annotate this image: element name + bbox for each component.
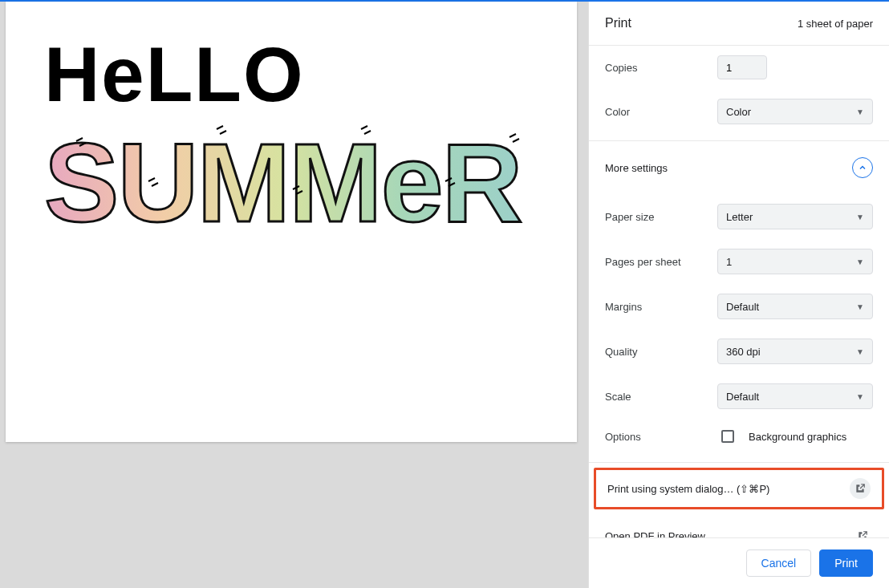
- preview-artwork: HeLLO SUMMeR: [28, 21, 558, 229]
- color-value: Color: [726, 106, 751, 118]
- more-settings-label: More settings: [605, 162, 668, 174]
- pages-per-sheet-row: Pages per sheet 1 ▼: [589, 239, 889, 284]
- paper-size-label: Paper size: [605, 211, 717, 223]
- margins-label: Margins: [605, 301, 717, 313]
- caret-down-icon: ▼: [856, 258, 864, 266]
- caret-down-icon: ▼: [856, 302, 864, 311]
- cancel-button[interactable]: Cancel: [746, 549, 812, 577]
- caret-down-icon: ▼: [856, 392, 864, 401]
- open-external-icon: [852, 525, 873, 537]
- color-label: Color: [605, 106, 717, 118]
- margins-value: Default: [726, 301, 759, 313]
- scale-value: Default: [726, 391, 759, 403]
- scale-label: Scale: [605, 391, 717, 403]
- quality-row: Quality 360 dpi ▼: [589, 329, 889, 374]
- pages-per-sheet-select[interactable]: 1 ▼: [717, 249, 873, 274]
- quality-value: 360 dpi: [726, 346, 761, 358]
- caret-down-icon: ▼: [856, 107, 864, 116]
- caret-down-icon: ▼: [856, 347, 864, 356]
- panel-header: Print 1 sheet of paper: [589, 2, 889, 46]
- quality-label: Quality: [605, 346, 717, 358]
- svg-text:SUMMeR: SUMMeR: [44, 120, 522, 229]
- paper-size-row: Paper size Letter ▼: [589, 194, 889, 239]
- background-graphics-checkbox[interactable]: [721, 430, 734, 443]
- copies-label: Copies: [605, 62, 717, 74]
- preview-page: HeLLO SUMMeR: [6, 2, 577, 442]
- more-settings-toggle[interactable]: More settings: [589, 141, 889, 194]
- options-label: Options: [605, 431, 717, 443]
- print-preview-area: HeLLO SUMMeR: [0, 2, 588, 588]
- open-pdf-label: Open PDF in Preview: [605, 530, 705, 538]
- system-dialog-row-wrap: Print using system dialog… (⇧⌘P): [589, 463, 889, 514]
- system-dialog-row[interactable]: Print using system dialog… (⇧⌘P): [594, 468, 884, 509]
- caret-down-icon: ▼: [856, 213, 864, 221]
- pages-per-sheet-label: Pages per sheet: [605, 256, 717, 268]
- pages-per-sheet-value: 1: [726, 256, 732, 268]
- open-external-icon: [850, 478, 871, 499]
- background-graphics-label: Background graphics: [749, 431, 846, 443]
- copies-input[interactable]: [717, 55, 767, 79]
- margins-row: Margins Default ▼: [589, 284, 889, 329]
- paper-size-value: Letter: [726, 211, 753, 223]
- system-section: Print using system dialog… (⇧⌘P) Open PD…: [589, 462, 889, 537]
- scale-row: Scale Default ▼: [589, 374, 889, 419]
- options-row: Options Background graphics: [589, 419, 889, 454]
- scale-select[interactable]: Default ▼: [717, 383, 873, 409]
- panel-footer: Cancel Print: [589, 537, 889, 588]
- panel-title: Print: [605, 16, 631, 30]
- print-settings-panel: Print 1 sheet of paper Copies Color Colo…: [588, 2, 889, 588]
- color-select[interactable]: Color ▼: [717, 99, 873, 124]
- open-pdf-row[interactable]: Open PDF in Preview: [589, 514, 889, 537]
- sheet-count: 1 sheet of paper: [798, 18, 873, 30]
- panel-body[interactable]: Copies Color Color ▼ More settings: [589, 46, 889, 537]
- chevron-up-icon: [852, 157, 873, 178]
- svg-text:HeLLO: HeLLO: [44, 31, 305, 117]
- print-button[interactable]: Print: [819, 549, 873, 577]
- paper-size-select[interactable]: Letter ▼: [717, 204, 873, 229]
- system-dialog-label: Print using system dialog… (⇧⌘P): [607, 483, 769, 495]
- copies-row: Copies: [589, 46, 889, 89]
- color-row: Color Color ▼: [589, 89, 889, 134]
- margins-select[interactable]: Default ▼: [717, 294, 873, 319]
- quality-select[interactable]: 360 dpi ▼: [717, 339, 873, 364]
